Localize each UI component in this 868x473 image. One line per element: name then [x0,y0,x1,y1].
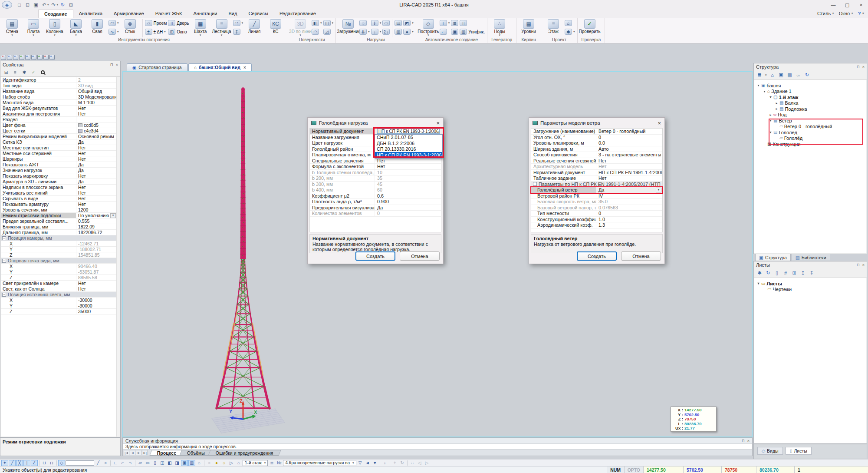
wind-row-0[interactable]: Загружение (наименование)Ветер 0 - голол… [531,129,662,135]
property-row-29[interactable]: X-12462.71 [1,241,120,247]
draw-line-icon[interactable]: ╱ [95,460,102,466]
create-button[interactable]: Создать [355,251,395,261]
close-icon[interactable]: × [862,65,865,69]
ribbon-button-doc-copy[interactable]: ▣ [451,28,458,36]
loadcase-num-icon[interactable]: № [276,460,283,466]
wind-row-9[interactable]: −Параметры по НП к СП РК EN 1991-1-4:200… [531,182,662,188]
property-row-30[interactable]: Y-188002.71 [1,247,120,252]
property-value[interactable]: 2 [76,77,120,83]
property-value[interactable]: -188002.71 [76,247,120,252]
ribbon-button-spring[interactable]: ∿▾ [108,28,119,36]
light-on-icon[interactable]: ● [213,460,220,466]
property-value[interactable]: 154851.85 [76,252,120,258]
ribbon-button-wall-surf[interactable]: ◧▾ [312,19,322,27]
ribbon-button-лестница[interactable]: ≡Лестница▾ [212,19,232,36]
property-row-31[interactable]: Z154851.85 [1,252,120,258]
property-row-22[interactable]: Показывать арматуруНет [1,202,120,207]
property-row-25[interactable]: Предел зеркальной составля...0.555 [1,218,120,224]
chevron-down-icon[interactable]: ▾ [110,213,116,218]
tab-sheets[interactable]: ▯ Листы [786,447,812,455]
properties-scrollbar[interactable] [116,77,120,437]
ice-value[interactable]: 0.6 [375,193,441,198]
ice-value[interactable]: Нет [375,164,441,169]
tab-volumes[interactable]: Объёмы [180,450,213,456]
new-sheet-icon[interactable]: ▯ [774,270,780,276]
wind-value[interactable]: 1.0 [596,217,662,222]
wind-row-2[interactable]: Уровень планировки, м0.0 [531,140,662,146]
property-row-6[interactable]: Аналитика для построенияНет [1,111,120,117]
storey-stack-icon[interactable]: ≣ [268,460,275,466]
structure-tree-item-1[interactable]: ▾⌂Здание 1 [754,89,866,95]
ribbon-button-sum-down[interactable]: Σ↓ [382,28,390,36]
ribbon-button-load-group[interactable]: ⇊▾ [359,28,370,36]
property-value[interactable]: Нет [76,281,120,286]
property-row-17[interactable]: Показать маркировкуНет [1,173,120,179]
property-row-10[interactable]: Режим визуализации моделейОсновной режим [1,134,120,139]
wind-value[interactable]: 35.0 [596,199,662,204]
property-value[interactable]: Общий вид [76,89,120,94]
close-icon[interactable]: × [862,263,865,267]
chevron-down-icon[interactable]: ▾ [765,74,767,76]
property-value[interactable]: Нет [76,196,120,201]
snap-mid-icon[interactable]: ∣ [23,460,30,466]
ribbon-button-ramp[interactable]: ◿ [323,28,334,36]
ribbon-button-doc-build[interactable]: ≣ [451,19,458,27]
pin-icon[interactable]: ⊓ [110,63,113,67]
expand-icon[interactable]: ▸ [774,107,779,111]
property-row-41[interactable]: Z35000 [1,309,120,314]
property-value[interactable]: 88565.58 [76,275,120,280]
property-value[interactable]: По умолчанию▾ [76,213,120,218]
refresh-icon[interactable]: ↻ [765,270,771,276]
property-value[interactable]: 0.555 [76,218,120,224]
ribbon-button-crane[interactable]: ⌐ [440,28,450,36]
wind-value[interactable]: 3 - на стержневые элементы [596,152,662,157]
ribbon-button-линия[interactable]: ╱Линия [244,19,264,34]
structure-tree-item-3[interactable]: ▸▤Балка [754,100,866,106]
property-row-39[interactable]: X-30000 [1,298,120,303]
ribbon-button-шахта[interactable]: ▦Шахта▾ [191,19,210,36]
home-add-icon[interactable]: ⌂ [769,72,776,78]
property-row-15[interactable]: Показывать АЖТДа [1,162,120,168]
ice-row-12[interactable]: Плотность льда ρ, т/м³0.900 [310,199,441,205]
ucs-icon[interactable]: ⌐ [119,460,126,466]
wind-value[interactable]: НП к СП РК EN 1991-1-4:2005/2017 ... [596,170,662,175]
property-row-5[interactable]: Вид для ЖБК-результатовНет [1,106,120,111]
property-value[interactable]: 35000 [76,309,120,314]
view-model-icon[interactable]: ▣ [181,460,188,466]
cancel-button[interactable]: Отмена [400,251,440,261]
ribbon-button-балка[interactable]: ◣Балка▾ [66,19,86,36]
export-model-icon[interactable]: ↓ [381,460,388,466]
property-value[interactable]: Нет [76,111,120,116]
dropdown-option-0[interactable]: СНиП 2.01.07-85 [375,135,442,141]
ribbon-button-дверь[interactable]: ▯Дверь [168,19,189,27]
property-row-4[interactable]: Масштаб видаМ 1:100 [1,100,120,106]
property-value[interactable]: Нет [76,145,120,150]
ribbon-button-3d-по-линии[interactable]: 3D3D по линии▾ [290,19,310,36]
property-row-19[interactable]: Надписи в плоскости экранаНет [1,185,120,190]
tab-process[interactable]: Процесс [149,450,184,456]
maximize-button[interactable]: ▢ [840,0,854,9]
dropdown-option-2[interactable]: СП 20.13330.2016 [375,146,442,152]
wind-row-12[interactable]: Базовая скорость ветра, м/с35.0 [531,199,662,205]
property-row-21[interactable]: Скрывать в видеНет [1,196,120,202]
sync-icon[interactable]: ↻ [59,1,66,9]
ortho-corner-icon[interactable]: ∟ [112,460,119,466]
wind-row-7[interactable]: Нормативный документНП к СП РК EN 1991-1… [531,170,662,176]
rotate-icon[interactable]: ↻ [399,460,406,466]
status-toggle-num[interactable]: NUM [607,466,624,473]
ribbon-button-grid-pts[interactable]: ∷▾ [233,19,243,27]
proj-view-icon[interactable]: ▷ [228,460,235,466]
view-iso-icon[interactable]: ◫ [159,460,166,466]
ribbon-button-dome[interactable]: ◠ [312,28,322,36]
collapse-icon[interactable]: − [533,182,537,186]
select-view-9-icon[interactable] [49,55,55,60]
copy-sheet-icon[interactable]: ⊞ [791,270,797,276]
move-up-icon[interactable]: ↥ [800,270,806,276]
ice-value[interactable]: Нет [375,158,441,163]
property-row-16[interactable]: Значения нагрузокДа [1,168,120,173]
ribbon-tab-1[interactable]: Аналитика [73,10,108,18]
ribbon-button-проем[interactable]: ▱Проем [145,19,167,27]
wind-row-8[interactable]: Табличное заданиеНет [531,175,662,182]
ribbon-tab-6[interactable]: Сервисы [243,10,274,18]
save-file-icon[interactable]: ▣ [32,1,39,9]
